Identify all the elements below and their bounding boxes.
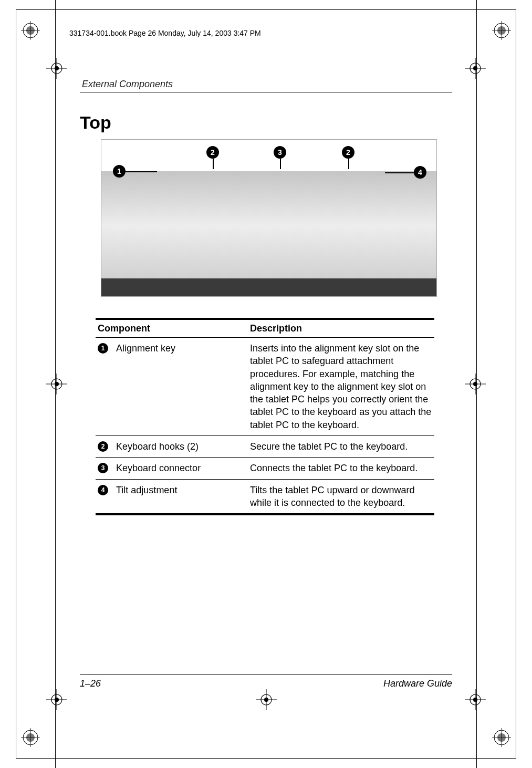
table-header-component: Component [96,319,248,338]
page-number: 1–26 [80,678,101,689]
row-number-badge: 3 [98,463,108,473]
callout-leader-line [213,159,214,169]
registration-mark-icon [21,21,40,40]
crosshair-target-icon [256,689,277,710]
row-number-badge: 4 [98,485,108,495]
row-number-badge: 2 [98,441,108,452]
crosshair-target-icon [46,689,67,710]
callout-leader-line [280,159,281,169]
table-row: 3 Keyboard connector Connects the tablet… [96,458,434,479]
component-description: Tilts the tablet PC upward or downward w… [248,479,434,514]
callout-badge-2: 2 [206,146,219,159]
callout-leader-line [126,171,157,172]
registration-mark-icon [21,728,40,747]
registration-mark-icon [492,728,511,747]
component-name: Keyboard hooks (2) [116,440,199,453]
crosshair-target-icon [46,58,67,79]
crosshair-target-icon [465,373,486,395]
callout-badge-2: 2 [342,146,354,159]
print-header-text: 331734-001.book Page 26 Monday, July 14,… [69,29,261,37]
running-head: External Components [80,79,452,92]
component-description: Connects the tablet PC to the keyboard. [248,458,434,479]
table-row: 1 Alignment key Inserts into the alignme… [96,338,434,436]
component-description: Inserts into the alignment key slot on t… [248,338,434,436]
keyboard-top-figure: 1 2 3 2 4 [101,139,437,297]
section-title: Top [80,112,452,133]
component-name: Tilt adjustment [116,484,177,496]
callout-leader-line [385,172,414,173]
page-content: External Components Top 1 2 3 2 4 Compon… [80,79,452,689]
callout-badge-3: 3 [274,146,286,159]
component-name: Keyboard connector [116,462,201,474]
row-number-badge: 1 [98,343,108,354]
table-header-description: Description [248,319,434,338]
component-name: Alignment key [116,342,175,355]
document-title: Hardware Guide [383,678,452,689]
component-description-table: Component Description 1 Alignment key In… [96,318,434,515]
callout-badge-4: 4 [414,166,426,179]
registration-mark-icon [492,21,511,40]
callout-leader-line [348,159,349,169]
page-footer: 1–26 Hardware Guide [80,674,452,689]
crosshair-target-icon [46,373,67,395]
table-row: 4 Tilt adjustment Tilts the tablet PC up… [96,479,434,514]
crosshair-target-icon [465,58,486,79]
component-description: Secure the tablet PC to the keyboard. [248,436,434,458]
crosshair-target-icon [465,689,486,710]
callout-badge-1: 1 [113,165,126,178]
table-row: 2 Keyboard hooks (2) Secure the tablet P… [96,436,434,458]
